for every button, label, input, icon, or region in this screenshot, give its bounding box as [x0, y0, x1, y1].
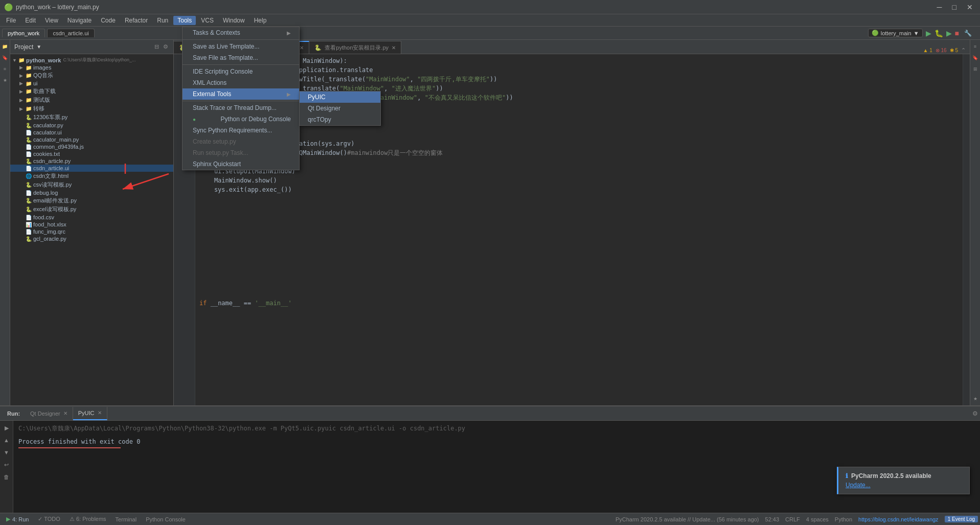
- tab-python-console[interactable]: Python Console: [142, 515, 190, 523]
- tab-python-install[interactable]: 🐍 查看python安装根目录.py ✕: [309, 41, 401, 54]
- run-config-icon: 🟢: [872, 30, 879, 36]
- tree-item-email[interactable]: 🐍email邮件发送.py: [10, 196, 173, 205]
- tree-item-transfer[interactable]: ▶📁转移: [10, 104, 173, 113]
- status-link[interactable]: https://blog.csdn.net/leidawangz: [858, 516, 939, 522]
- wrap-button[interactable]: ↩: [2, 460, 12, 470]
- tools-sep3: [183, 101, 299, 101]
- favorites-icon[interactable]: ★: [1, 76, 10, 85]
- tree-item-calc[interactable]: 🐍caculator.py: [10, 122, 173, 129]
- tree-item-csdn-py[interactable]: 🐍csdn_article.py: [10, 157, 173, 165]
- external-tools-submenu: PyUIC Qt Designer qrcTOpy: [299, 91, 381, 126]
- project-icon[interactable]: 📁: [1, 42, 10, 51]
- tools-stack-trace[interactable]: Stack Trace or Thread Dump...: [183, 102, 299, 113]
- maximize-button[interactable]: □: [949, 2, 960, 12]
- tree-item-12306[interactable]: 🐍12306车票.py: [10, 113, 173, 122]
- structure-icon[interactable]: ≡: [1, 64, 10, 74]
- debug-button[interactable]: 🐛: [935, 29, 943, 37]
- tools-run-setup: Run setup.py Task...: [183, 147, 299, 158]
- tree-item-ui[interactable]: ▶📁ui: [10, 80, 173, 87]
- pyuic-tab-close[interactable]: ✕: [98, 410, 102, 416]
- tree-item-calc-ui[interactable]: 📄caculator.ui: [10, 129, 173, 136]
- coverage-button[interactable]: ▶: [946, 29, 952, 37]
- project-tab-csdn[interactable]: csdn_article.ui: [47, 29, 94, 37]
- run-tab-pyuic[interactable]: PyUIC ✕: [73, 407, 107, 420]
- tools-ide-scripting[interactable]: IDE Scripting Console: [183, 66, 299, 77]
- menu-navigate[interactable]: Navigate: [63, 16, 96, 25]
- tab-terminal[interactable]: Terminal: [111, 515, 141, 523]
- tools-save-live[interactable]: Save as Live Template...: [183, 41, 299, 52]
- tree-item-songs[interactable]: ▶📁歌曲下载: [10, 87, 173, 96]
- menu-vcs[interactable]: VCS: [197, 16, 218, 25]
- submenu-qtdesigner[interactable]: Qt Designer: [300, 103, 380, 114]
- project-tab-python-work[interactable]: python_work: [2, 29, 45, 37]
- tree-item-func-qrc[interactable]: 📄func_img.qrc: [10, 228, 173, 235]
- expand-icon[interactable]: ⌃: [961, 47, 966, 54]
- tab-todo[interactable]: ✓ TODO: [34, 515, 64, 523]
- tab-run[interactable]: ▶ 4: Run: [2, 515, 33, 523]
- structure-icon-right[interactable]: ≡: [971, 42, 980, 51]
- run-config-selector[interactable]: 🟢 lottery_main ▼: [868, 29, 923, 37]
- tree-item-common[interactable]: 📄common_d9439fa.js: [10, 143, 173, 150]
- tools-python-console[interactable]: ● Python or Debug Console: [183, 113, 299, 125]
- tree-item-csv[interactable]: 🐍csv读写模板.py: [10, 180, 173, 189]
- project-tree: ▼ 📁 python_work C:\Users\章魏康\Desktop\pyt…: [10, 54, 173, 405]
- tree-item-debug[interactable]: 📄debug.log: [10, 189, 173, 196]
- tools-external[interactable]: External Tools ▶: [183, 88, 299, 100]
- menu-edit[interactable]: Edit: [21, 16, 40, 25]
- tree-item-gcl[interactable]: 🐍gcl_oracle.py: [10, 235, 173, 242]
- submenu-pyuic[interactable]: PyUIC: [300, 92, 380, 103]
- tree-item-excel[interactable]: 🐍excel读写模板.py: [10, 205, 173, 214]
- tools-sep2: [183, 64, 299, 65]
- menu-refactor[interactable]: Refactor: [121, 16, 152, 25]
- stop-button[interactable]: ■: [955, 29, 959, 37]
- tree-item-calc-main[interactable]: 🐍caculator_main.py: [10, 136, 173, 143]
- scroll-down-button[interactable]: ▼: [2, 447, 12, 458]
- run-config-dropdown-icon: ▼: [914, 30, 919, 36]
- hierarchy-icon[interactable]: ⊞: [971, 64, 980, 74]
- menu-tools[interactable]: Tools: [173, 16, 196, 25]
- scroll-up-button[interactable]: ▲: [2, 435, 12, 445]
- status-event-log[interactable]: 1 Event Log: [945, 516, 978, 522]
- bookmark-icon[interactable]: 🔖: [1, 53, 10, 62]
- minimize-button[interactable]: ─: [934, 2, 945, 12]
- warning-count: ▲ 1: [923, 48, 932, 53]
- tree-item-cookies[interactable]: 📄cookies.txt: [10, 150, 173, 157]
- run-panel-settings[interactable]: ⚙: [972, 410, 978, 417]
- tree-root[interactable]: ▼ 📁 python_work C:\Users\章魏康\Desktop\pyt…: [10, 56, 173, 64]
- close-button[interactable]: ✕: [964, 2, 976, 12]
- editor-scrollbar[interactable]: [963, 54, 970, 405]
- tree-item-images[interactable]: ▶📁images: [10, 64, 173, 71]
- profile-button[interactable]: 🔧: [962, 29, 974, 38]
- favorites-icon-right[interactable]: ★: [971, 394, 980, 403]
- menu-code[interactable]: Code: [97, 16, 120, 25]
- tools-sphinx[interactable]: Sphinx Quickstart: [183, 158, 299, 170]
- run-tab-qtdesigner[interactable]: Qt Designer ✕: [25, 407, 73, 420]
- qtdesigner-tab-close[interactable]: ✕: [63, 410, 67, 416]
- menu-file[interactable]: File: [2, 16, 20, 25]
- run-again-button[interactable]: ▶: [2, 423, 12, 433]
- tools-sync-python[interactable]: Sync Python Requirements...: [183, 125, 299, 136]
- settings-button[interactable]: ⚙: [162, 43, 169, 51]
- run-button[interactable]: ▶: [926, 29, 931, 37]
- menu-run[interactable]: Run: [153, 16, 172, 25]
- tab-close-lottery[interactable]: ✕: [300, 45, 304, 51]
- tab-problems[interactable]: ⚠ 6: Problems: [65, 515, 110, 523]
- bookmark-icon-right[interactable]: 🔖: [971, 53, 980, 62]
- tree-item-test[interactable]: ▶📁测试版: [10, 96, 173, 104]
- tree-item-qq[interactable]: ▶📁QQ音乐: [10, 71, 173, 80]
- tree-item-food-csv[interactable]: 📄food.csv: [10, 214, 173, 221]
- tree-item-food-xlsx[interactable]: 📊food_hot.xlsx: [10, 221, 173, 228]
- collapse-all-button[interactable]: ⊟: [153, 43, 160, 51]
- clear-button[interactable]: 🗑: [2, 472, 12, 482]
- tree-item-csdn-html[interactable]: 🌐csdn文章.html: [10, 172, 173, 180]
- menu-help[interactable]: Help: [250, 16, 271, 25]
- menu-view[interactable]: View: [41, 16, 62, 25]
- submenu-qrctopy[interactable]: qrcTOpy: [300, 114, 380, 125]
- status-encoding: CRLF: [785, 516, 800, 522]
- tools-save-file[interactable]: Save File as Template...: [183, 52, 299, 63]
- menu-window[interactable]: Window: [219, 16, 249, 25]
- tools-xml[interactable]: XML Actions: [183, 77, 299, 88]
- tree-item-csdn-ui[interactable]: 📄csdn_article.ui: [10, 165, 173, 172]
- tab-close-py[interactable]: ✕: [392, 45, 396, 51]
- tools-tasks[interactable]: Tasks & Contexts ▶: [183, 27, 299, 38]
